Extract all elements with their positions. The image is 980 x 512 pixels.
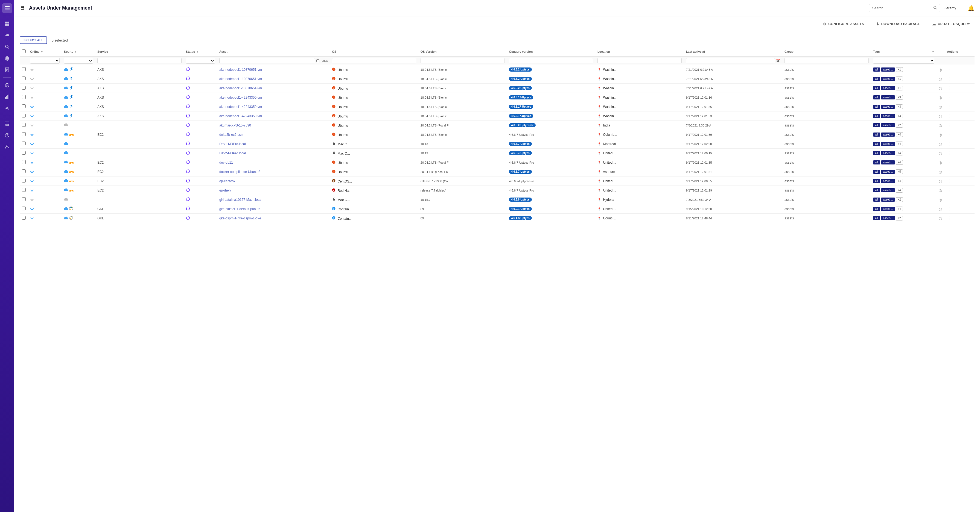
tag-badge[interactable]: all [873,216,880,220]
asset-link[interactable]: aks-nodepool1-10870651-vm [219,77,262,81]
target-icon[interactable]: ◎ [939,216,942,220]
search-input[interactable] [872,6,931,10]
tag-badge[interactable]: all [873,68,880,71]
os-filter-input[interactable] [332,58,416,63]
row-more-icon[interactable]: ⋮ [947,206,951,211]
target-icon[interactable]: ◎ [939,105,942,109]
th-status[interactable]: Status ▼ [184,47,217,56]
asset-link[interactable]: ep-centos7 [219,179,235,183]
row-select-checkbox[interactable] [22,95,26,99]
tag-badge[interactable]: asset-... [881,207,895,211]
tag-more[interactable]: +3 [896,95,903,100]
target-icon[interactable]: ◎ [939,95,942,100]
sidebar-item-cloud[interactable] [2,30,12,40]
row-select-checkbox[interactable] [22,132,26,136]
target-icon[interactable]: ◎ [939,151,942,155]
sidebar-item-dashboard[interactable] [2,19,12,29]
th-online[interactable]: Online ▼ [28,47,62,56]
sidebar-item-reports[interactable] [2,92,12,101]
row-select-checkbox[interactable] [22,67,26,71]
tag-badge[interactable]: asset-... [881,114,895,118]
calendar-icon[interactable]: 📅 [776,59,780,63]
notification-icon[interactable]: 🔔 [968,5,975,11]
asset-link[interactable]: ep-rhel7 [219,189,231,192]
asset-link[interactable]: docker-compliance-Ubuntu2 [219,170,260,174]
tag-badge[interactable]: asset-... [881,170,895,174]
tag-badge[interactable]: all [873,105,880,109]
row-more-icon[interactable]: ⋮ [947,76,951,81]
tag-badge[interactable]: asset-... [881,142,895,146]
asset-link[interactable]: aks-nodepool1-10870651-vm [219,86,262,90]
row-select-checkbox[interactable] [22,76,26,80]
asset-link[interactable]: aks-nodepool1-42243350-vm [219,96,262,100]
tag-badge[interactable]: all [873,151,880,155]
tag-badge[interactable]: all [873,86,880,90]
row-select-checkbox[interactable] [22,151,26,155]
tag-more[interactable]: +1 [896,76,903,81]
asset-link[interactable]: aks-nodepool1-42243350-vm [219,105,262,109]
target-icon[interactable]: ◎ [939,170,942,174]
group-filter-input[interactable] [784,58,869,63]
row-select-checkbox[interactable] [22,123,26,127]
service-filter-input[interactable] [97,58,181,63]
tag-badge[interactable]: all [873,123,880,127]
tag-badge[interactable]: all [873,207,880,211]
th-tags[interactable]: Tags ▼ [871,47,937,56]
asset-link[interactable]: gke-cspm-1-gke-cspm-1-gke [219,216,261,220]
row-more-icon[interactable]: ⋮ [947,179,951,183]
target-icon[interactable]: ◎ [939,179,942,183]
asset-link[interactable]: Dev1-MBPro.local [219,142,246,146]
asset-filter-input[interactable] [219,58,315,63]
location-filter-input[interactable] [597,58,682,63]
tag-badge[interactable]: asset-... [881,123,895,127]
tag-more[interactable]: +2 [896,197,903,202]
regex-checkbox[interactable] [316,59,320,62]
tag-badge[interactable]: asset-... [881,95,895,100]
row-more-icon[interactable]: ⋮ [947,67,951,72]
tag-more[interactable]: +4 [896,151,903,155]
tag-more[interactable]: +2 [896,123,903,128]
target-icon[interactable]: ◎ [939,114,942,118]
asset-link[interactable]: gke-cluster-1-default-pool-fc [219,207,260,211]
row-more-icon[interactable]: ⋮ [947,95,951,100]
tag-more[interactable]: +4 [896,206,903,211]
row-select-checkbox[interactable] [22,216,26,220]
row-more-icon[interactable]: ⋮ [947,197,951,202]
tag-badge[interactable]: asset-... [881,133,895,136]
tag-more[interactable]: +4 [896,188,903,193]
sidebar-item-detect[interactable] [2,42,12,52]
tag-more[interactable]: +2 [896,216,903,220]
tag-badge[interactable]: all [873,114,880,118]
asset-link[interactable]: delta2b-ec2-ssm [219,133,243,136]
tag-more[interactable]: +4 [896,141,903,146]
source-filter-select[interactable] [64,58,93,63]
row-select-checkbox[interactable] [22,188,26,192]
row-more-icon[interactable]: ⋮ [947,160,951,165]
tag-badge[interactable]: all [873,179,880,183]
sidebar-item-settings[interactable] [2,103,12,113]
asset-link[interactable]: Dev2-MBPro.local [219,151,246,155]
osquery-filter-input[interactable] [509,58,593,63]
row-select-checkbox[interactable] [22,206,26,210]
tag-badge[interactable]: asset-... [881,160,895,165]
tag-badge[interactable]: all [873,160,880,165]
target-icon[interactable]: ◎ [939,123,942,128]
row-select-checkbox[interactable] [22,86,26,90]
tag-more[interactable]: +4 [896,179,903,183]
tag-badge[interactable]: all [873,198,880,201]
row-select-checkbox[interactable] [22,197,26,201]
th-source[interactable]: Sour... ▼ [62,47,95,56]
sidebar-item-threat-map[interactable] [2,80,12,90]
tag-more[interactable]: +3 [896,105,903,109]
sidebar-item-compliance[interactable] [2,65,12,75]
tag-badge[interactable]: all [873,170,880,174]
target-icon[interactable]: ◎ [939,68,942,72]
select-all-checkbox[interactable] [22,49,26,53]
tag-badge[interactable]: asset-... [881,188,895,192]
asset-link[interactable]: giri-catalina10157-Mach.loca [219,198,261,201]
tag-more[interactable]: +3 [896,114,903,118]
tag-badge[interactable]: asset-... [881,179,895,183]
row-more-icon[interactable]: ⋮ [947,141,951,146]
tag-badge[interactable]: all [873,95,880,100]
tags-filter-select[interactable] [873,58,935,63]
